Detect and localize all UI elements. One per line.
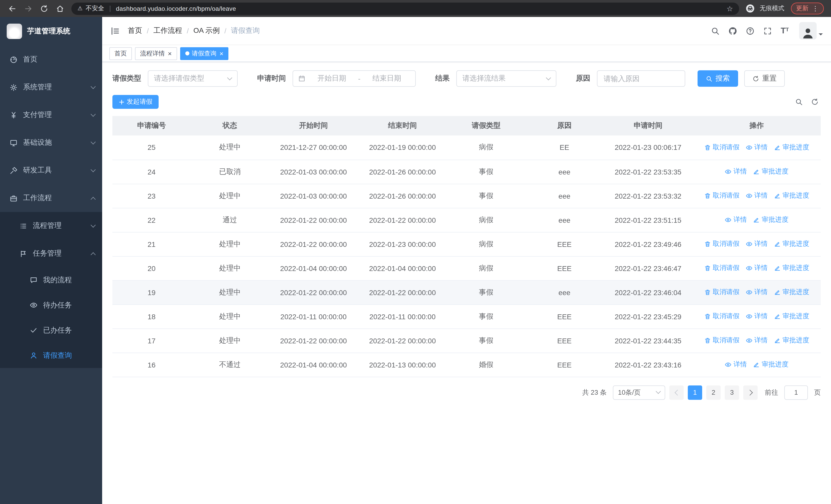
- detail-action[interactable]: 详情: [746, 312, 768, 321]
- progress-action[interactable]: 审批进度: [753, 215, 789, 225]
- apply-time-range-picker[interactable]: 开始日期 - 结束日期: [292, 70, 416, 87]
- create-leave-button[interactable]: 发起请假: [112, 95, 159, 109]
- sidebar-item-todo-tasks[interactable]: 待办任务: [0, 293, 102, 318]
- cell-leave_type: 事假: [447, 184, 525, 208]
- browser-menu-icon[interactable]: ⋮: [812, 5, 819, 12]
- yen-icon: [10, 111, 18, 119]
- detail-action[interactable]: 详情: [725, 215, 747, 225]
- reset-button[interactable]: 重置: [744, 70, 785, 87]
- cancel-action[interactable]: 取消请假: [704, 143, 739, 152]
- sidebar-item-task-management[interactable]: 任务管理: [0, 240, 102, 267]
- cell-status: 处理中: [191, 136, 269, 159]
- page-button-2[interactable]: 2: [706, 385, 721, 399]
- cancel-action[interactable]: 取消请假: [704, 239, 739, 249]
- leave-type-select[interactable]: 请选择请假类型: [148, 70, 238, 87]
- result-select[interactable]: 请选择流结果: [456, 70, 556, 87]
- tab-close-icon[interactable]: ×: [220, 50, 223, 57]
- reason-input[interactable]: [597, 70, 685, 87]
- sidebar-item-leave-query[interactable]: 请假查询: [0, 343, 102, 368]
- browser-back-icon[interactable]: [8, 4, 17, 12]
- cancel-action[interactable]: 取消请假: [704, 264, 739, 273]
- sidebar-item-payment[interactable]: 支付管理: [0, 101, 102, 129]
- sidebar-item-dev-tools[interactable]: 研发工具: [0, 156, 102, 184]
- avatar[interactable]: [799, 22, 816, 39]
- page-button-1[interactable]: 1: [688, 385, 702, 399]
- detail-action[interactable]: 详情: [725, 167, 747, 176]
- progress-action[interactable]: 审批进度: [753, 360, 789, 369]
- cell-apply_time: 2022-01-22 23:45:29: [604, 304, 693, 328]
- progress-action[interactable]: 审批进度: [774, 264, 809, 273]
- browser-forward-icon[interactable]: [24, 4, 32, 12]
- fullscreen-icon[interactable]: [763, 26, 772, 35]
- cell-leave_type: 事假: [447, 159, 525, 184]
- page-button-3[interactable]: 3: [725, 385, 739, 399]
- tab-home[interactable]: 首页: [109, 47, 132, 60]
- github-icon[interactable]: [728, 26, 737, 35]
- table-refresh-icon[interactable]: [811, 98, 819, 106]
- detail-action[interactable]: 详情: [746, 336, 768, 345]
- detail-action[interactable]: 详情: [746, 288, 768, 297]
- sidebar-item-my-processes[interactable]: 我的流程: [0, 267, 102, 293]
- next-page-button[interactable]: [743, 385, 757, 399]
- question-icon[interactable]: [746, 26, 754, 35]
- cancel-action[interactable]: 取消请假: [704, 191, 739, 200]
- tab-leave-query[interactable]: 请假查询×: [180, 47, 228, 60]
- detail-action[interactable]: 详情: [746, 264, 768, 273]
- progress-action[interactable]: 审批进度: [774, 143, 809, 152]
- detail-action[interactable]: 详情: [746, 239, 768, 249]
- cancel-action[interactable]: 取消请假: [704, 288, 739, 297]
- progress-action[interactable]: 审批进度: [774, 239, 809, 249]
- cell-actions: 取消请假详情审批进度: [693, 256, 821, 280]
- eye-icon: [725, 216, 732, 223]
- detail-action[interactable]: 详情: [725, 360, 747, 369]
- table-search-icon[interactable]: [795, 98, 803, 106]
- cancel-action[interactable]: 取消请假: [704, 336, 739, 345]
- font-size-icon[interactable]: TT: [781, 26, 790, 35]
- sidebar-item-label: 首页: [23, 55, 95, 64]
- breadcrumb-item[interactable]: 首页: [128, 26, 142, 35]
- cell-apply_time: 2022-01-23 00:06:17: [604, 136, 693, 159]
- progress-action[interactable]: 审批进度: [774, 191, 809, 200]
- progress-action[interactable]: 审批进度: [774, 288, 809, 297]
- search-button[interactable]: 搜索: [697, 70, 738, 87]
- breadcrumb-item[interactable]: 工作流程: [153, 26, 182, 35]
- tab-process-detail[interactable]: 流程详情×: [135, 47, 177, 60]
- cell-start_time: 2022-01-22 00:00:00: [269, 208, 358, 232]
- detail-action[interactable]: 详情: [746, 191, 768, 200]
- cell-leave_type: 病假: [447, 256, 525, 280]
- cancel-action[interactable]: 取消请假: [704, 312, 739, 321]
- search-icon[interactable]: [711, 26, 720, 35]
- cell-id: 20: [112, 256, 191, 280]
- progress-action[interactable]: 审批进度: [774, 312, 809, 321]
- browser-reload-icon[interactable]: [40, 4, 48, 12]
- bookmark-star-icon[interactable]: ☆: [726, 4, 733, 12]
- edit-icon: [753, 216, 760, 223]
- table-row: 19处理中2022-01-22 00:00:002022-01-22 00:00…: [112, 280, 821, 304]
- progress-action[interactable]: 审批进度: [774, 336, 809, 345]
- prev-page-button[interactable]: [669, 385, 684, 399]
- tab-close-icon[interactable]: ×: [168, 50, 172, 57]
- sidebar-item-done-tasks[interactable]: 已办任务: [0, 318, 102, 343]
- page-size-select[interactable]: 10条/页: [613, 385, 665, 399]
- trash-icon: [704, 144, 711, 151]
- cell-reason: eee: [525, 184, 604, 208]
- browser-home-icon[interactable]: [56, 4, 64, 12]
- goto-page-input[interactable]: [784, 385, 808, 399]
- eye-icon: [746, 192, 752, 199]
- address-bar[interactable]: ⚠ 不安全 dashboard.yudao.iocoder.cn/bpm/oa/…: [71, 2, 739, 14]
- user-menu[interactable]: [799, 22, 823, 39]
- progress-action[interactable]: 审批进度: [753, 167, 789, 176]
- cell-id: 17: [112, 328, 191, 353]
- sidebar-toggle-icon[interactable]: [110, 26, 120, 36]
- tags-view: 首页流程详情×请假查询×: [102, 45, 831, 62]
- cell-leave_type: 病假: [447, 136, 525, 159]
- sidebar-item-infrastructure[interactable]: 基础设施: [0, 129, 102, 156]
- detail-action[interactable]: 详情: [746, 143, 768, 152]
- sidebar-item-process-management[interactable]: 流程管理: [0, 212, 102, 240]
- sidebar-item-workflow[interactable]: 工作流程: [0, 184, 102, 212]
- cell-start_time: 2022-01-22 00:00:00: [269, 328, 358, 353]
- sidebar-item-system[interactable]: 系统管理: [0, 73, 102, 101]
- breadcrumb-item[interactable]: OA 示例: [194, 26, 220, 35]
- sidebar-item-home[interactable]: 首页: [0, 46, 102, 73]
- browser-update-button[interactable]: 更新 ⋮: [791, 3, 824, 14]
